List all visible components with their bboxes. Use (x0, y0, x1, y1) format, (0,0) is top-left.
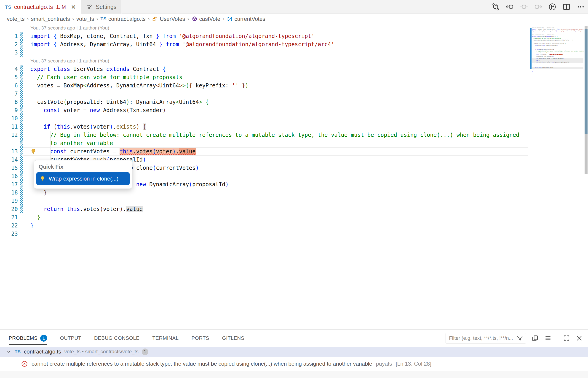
gutter-modified-indicator (20, 180, 23, 189)
gutter-modified-indicator (20, 32, 23, 40)
code-editor[interactable]: You, 37 seconds ago | 1 author (You)1imp… (0, 24, 588, 329)
lightbulb-icon[interactable] (30, 148, 37, 155)
code-line-3[interactable]: 3 (0, 49, 588, 57)
code-line-9[interactable]: 9 const voter = new Address(Txn.sender) (0, 106, 588, 114)
chevron-down-icon[interactable] (6, 349, 12, 354)
error-message: cannot create multiple references to a m… (32, 361, 372, 367)
gutter-modified-indicator (20, 221, 23, 230)
gutter-modified-indicator (20, 114, 23, 123)
gitlens-blame-row[interactable]: You, 37 seconds ago | 1 author (You) (0, 24, 588, 32)
lightbulb-icon (39, 176, 46, 182)
collapse-all-icon[interactable] (544, 335, 552, 342)
open-changes-icon[interactable] (492, 3, 500, 11)
gutter-modified-indicator (20, 49, 23, 57)
code-line-21[interactable]: 21 } (0, 213, 588, 221)
breadcrumb-item-currentVotes[interactable]: currentVotes (227, 16, 265, 22)
breadcrumb-separator-icon: › (72, 16, 74, 22)
go-back-change-icon[interactable] (506, 3, 514, 11)
panel-tab-gitlens[interactable]: GITLENS (222, 330, 244, 347)
breadcrumb-separator-icon: › (188, 16, 189, 22)
breadcrumb-item-UserVotes[interactable]: UserVotes (152, 16, 185, 22)
split-editor-icon[interactable] (562, 3, 571, 11)
view-as-table-icon[interactable] (532, 335, 539, 342)
breadcrumb-item-vote_ts[interactable]: vote_ts (7, 16, 25, 22)
breadcrumb-item-smart_contracts[interactable]: smart_contracts (31, 16, 70, 22)
code-line-1[interactable]: 1import { BoxMap, clone, Contract, Txn }… (0, 32, 588, 40)
tab-label: Settings (96, 4, 116, 10)
code-line-6[interactable]: 6 votes = BoxMap<Address, DynamicArray<U… (0, 81, 588, 90)
breadcrumb-separator-icon: › (223, 16, 225, 22)
gutter-modified-indicator (20, 172, 23, 180)
gutter-modified-indicator (20, 98, 23, 106)
previous-change-icon-disabled (520, 3, 528, 11)
code-line-19[interactable]: 19 (0, 197, 588, 205)
vscode-window: TS contract.algo.ts 1, M ✕ Settings (0, 0, 588, 378)
settings-sliders-icon (86, 3, 93, 10)
breadcrumb-item-castVote[interactable]: castVote (192, 16, 220, 22)
code-line-2[interactable]: 2import { Address, DynamicArray, Uint64 … (0, 40, 588, 49)
gutter-modified-indicator (20, 197, 23, 205)
close-panel-icon[interactable] (576, 335, 583, 342)
gutter-modified-indicator (20, 205, 23, 213)
gutter-modified-indicator (20, 156, 23, 164)
breadcrumb-item-contract.algo.ts[interactable]: TScontract.algo.ts (101, 16, 146, 22)
gutter-modified-indicator (20, 106, 23, 114)
problems-error-row[interactable]: cannot create multiple references to a m… (0, 357, 588, 371)
panel-tab-debug-console[interactable]: DEBUG CONSOLE (94, 330, 140, 347)
code-line-10[interactable]: 10 (0, 114, 588, 123)
tab-contract-algo-ts[interactable]: TS contract.algo.ts 1, M ✕ (0, 0, 81, 14)
gitlens-graph-icon[interactable] (548, 3, 556, 11)
gutter-modified-indicator (20, 40, 23, 49)
gutter-modified-indicator (20, 24, 23, 32)
problems-file-row[interactable]: TS contract.algo.ts vote_ts • smart_cont… (0, 347, 588, 357)
tab-problems-modified-decoration: 1, M (56, 4, 66, 10)
next-change-icon-disabled (534, 3, 542, 11)
gutter-modified-indicator (20, 123, 23, 131)
panel-tab-problems[interactable]: PROBLEMS1 (9, 330, 47, 347)
error-location: [Ln 13, Col 28] (396, 361, 431, 367)
gutter-modified-indicator (20, 81, 23, 90)
typescript-file-icon: TS (5, 4, 12, 10)
problems-filter[interactable] (446, 333, 526, 343)
gutter-modified-indicator (20, 164, 23, 172)
breadcrumb: vote_ts›smart_contracts›vote_ts›TScontra… (0, 14, 588, 24)
code-line-12[interactable]: 12 // Bug in line below: cannot create m… (0, 131, 588, 139)
breadcrumb-item-vote_ts[interactable]: vote_ts (76, 16, 94, 22)
close-tab-icon[interactable]: ✕ (71, 4, 76, 10)
code-line-18[interactable]: 18 } (0, 189, 588, 197)
symbol-class-icon (152, 16, 158, 22)
code-line-13[interactable]: 13 const currentVotes = this.votes(voter… (0, 147, 588, 156)
code-lines: You, 37 seconds ago | 1 author (You)1imp… (0, 24, 588, 238)
problems-count-badge: 1 (142, 349, 148, 355)
quick-fix-title: Quick Fix (34, 160, 132, 172)
problems-file-path: vote_ts • smart_contracts/vote_ts (64, 349, 138, 355)
divider (557, 335, 557, 342)
code-line-5[interactable]: 5 // Each user can vote for multiple pro… (0, 73, 588, 81)
code-line-20[interactable]: 20 return this.votes(voter).value (0, 205, 588, 213)
gutter-modified-indicator (20, 90, 23, 98)
code-line-11[interactable]: 11 if (this.votes(voter).exists) { (0, 123, 588, 131)
code-line-4[interactable]: 4export class UserVotes extends Contract… (0, 65, 588, 73)
panel-tab-output[interactable]: OUTPUT (60, 330, 81, 347)
gutter-modified-indicator (20, 57, 23, 65)
maximize-panel-icon[interactable] (563, 335, 570, 342)
tab-settings[interactable]: Settings (81, 0, 122, 14)
symbol-variable-icon (227, 16, 233, 22)
breadcrumb-separator-icon: › (148, 16, 150, 22)
quick-fix-item-wrap-in-clone[interactable]: Wrap expression in clone(...) (36, 172, 130, 185)
more-actions-icon[interactable] (576, 3, 585, 11)
typescript-file-icon: TS (15, 349, 21, 354)
breadcrumb-separator-icon: › (27, 16, 29, 22)
problems-filter-input[interactable] (449, 335, 516, 341)
code-line-8[interactable]: 8 castVote(proposalId: Uint64): DynamicA… (0, 98, 588, 106)
panel-tab-ports[interactable]: PORTS (191, 330, 209, 347)
code-line-22[interactable]: 22} (0, 221, 588, 230)
tree-indent-guide (13, 357, 13, 371)
gitlens-blame-row[interactable]: You, 37 seconds ago | 1 author (You) (0, 57, 588, 65)
code-line-23[interactable]: 23 (0, 230, 588, 238)
quick-fix-popup: Quick Fix Wrap expression in clone(...) (34, 160, 132, 189)
panel-tab-terminal[interactable]: TERMINAL (152, 330, 179, 347)
editor-actions-toolbar (492, 0, 585, 14)
code-line-wrap[interactable]: to another variable (0, 139, 588, 147)
code-line-7[interactable]: 7 (0, 90, 588, 98)
